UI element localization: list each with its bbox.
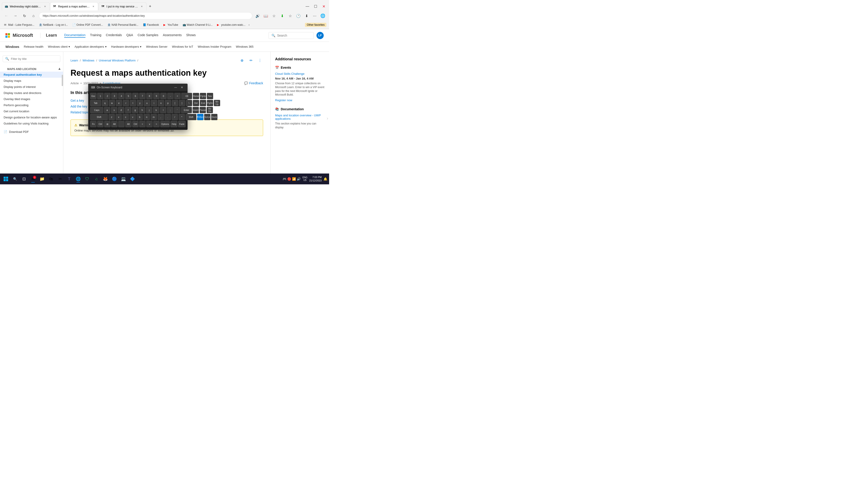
taskbar-app1[interactable]: 🦊 [101, 175, 110, 183]
key-w[interactable]: w [109, 100, 115, 106]
tab-close-1[interactable]: ✕ [43, 5, 47, 8]
key-e[interactable]: e [116, 100, 122, 106]
taskbar-vs[interactable]: 💻 [119, 175, 127, 183]
key-x[interactable]: x [116, 114, 122, 120]
bookmark-youtube[interactable]: ▶ YouTube [162, 23, 180, 27]
key-down[interactable]: ∨ [146, 121, 153, 127]
browser-tab-2[interactable]: 🗺 Request a maps authentication k... ✕ [50, 2, 98, 10]
key-lctrl[interactable]: Ctrl [97, 121, 103, 127]
key-fade[interactable]: Fade [178, 121, 186, 127]
key-5[interactable]: 5 [125, 93, 131, 99]
sidebar-item-visits-tracking[interactable]: Guidelines for using Visits tracking [0, 121, 63, 127]
key-9[interactable]: 9 [153, 93, 160, 99]
key-tab[interactable]: Tab [90, 100, 101, 106]
key-q[interactable]: q [102, 100, 108, 106]
key-prtscn[interactable]: PrtScn [197, 114, 204, 120]
nav-release-health[interactable]: Release health [24, 45, 43, 48]
new-tab-button[interactable]: + [147, 3, 153, 9]
key-comma[interactable]: , [158, 114, 164, 120]
taskbar-edge[interactable]: 🌐 [74, 175, 82, 183]
browser-tab-3[interactable]: 🗺 I put in my map service token ke... ✕ [98, 2, 147, 10]
minimize-button[interactable]: — [304, 3, 311, 10]
sidebar-item-geocoding[interactable]: Perform geocoding [0, 102, 63, 108]
key-backspace[interactable]: ⌫ [181, 93, 192, 99]
lang-indicator[interactable]: ENGUS [303, 176, 307, 182]
notification-icon[interactable]: 🔔 [323, 177, 327, 181]
network-tray-icon[interactable]: 📶 [292, 177, 296, 181]
read-aloud-icon[interactable]: 🔊 [254, 12, 261, 20]
key-insert[interactable]: Insert [193, 107, 199, 113]
volume-tray-icon[interactable]: 🔊 [297, 177, 301, 181]
key-8[interactable]: 8 [146, 93, 153, 99]
key-r[interactable]: r [123, 100, 129, 106]
key-h[interactable]: h [139, 107, 145, 113]
bookmark-facebook[interactable]: 📘 Facebook [142, 23, 160, 27]
key-mvup[interactable]: Mv Up [214, 100, 220, 106]
bookmarks-more[interactable]: › [249, 23, 250, 26]
download-pdf-button[interactable]: 📄 Download PDF [0, 128, 63, 135]
nav-windows-client[interactable]: Windows client ▾ [48, 45, 70, 48]
key-3[interactable]: 3 [111, 93, 118, 99]
key-6[interactable]: 6 [132, 93, 138, 99]
system-clock[interactable]: 7:03 PM 21/12/2023 [309, 175, 322, 183]
taskbar-teams[interactable]: T [65, 175, 73, 183]
nav-assessments[interactable]: Assessments [163, 33, 182, 38]
download-icon[interactable]: ⬇ [278, 12, 286, 20]
nav-shows[interactable]: Shows [186, 33, 196, 38]
nav-hw-developers[interactable]: Hardware developers ▾ [111, 45, 142, 48]
key-a[interactable]: a [104, 107, 110, 113]
back-button[interactable]: ← [3, 12, 10, 20]
nav-windows[interactable]: Windows [5, 45, 19, 48]
taskbar-task-view[interactable]: ⊡ [20, 175, 28, 183]
key-pgup[interactable]: PgUp [200, 93, 206, 99]
close-button[interactable]: ✕ [320, 3, 327, 10]
key-esc[interactable]: Esc [90, 93, 96, 99]
nav-windows-server[interactable]: Windows Server [146, 45, 167, 48]
nvidia-tray-icon[interactable]: 🎮 [283, 177, 286, 181]
nav-windows-iot[interactable]: Windows for IoT [172, 45, 193, 48]
key-c[interactable]: c [123, 114, 129, 120]
key-nav[interactable]: Nav [207, 93, 213, 99]
key-p[interactable]: p [165, 100, 171, 106]
antivirus-tray-icon[interactable]: 🔴 [287, 177, 291, 181]
breadcrumb-uwp[interactable]: Universal Windows Platform [99, 59, 135, 62]
browser-download-icon[interactable]: ⬇ [303, 12, 310, 20]
key-lshift[interactable]: Shift [90, 114, 108, 120]
taskbar-explorer[interactable]: 📁 [38, 175, 46, 183]
key-enter[interactable]: Enter [181, 107, 192, 113]
key-mvdn[interactable]: Mv Dn [207, 107, 213, 113]
nav-documentation[interactable]: Documentation [64, 33, 86, 38]
immersive-reader-icon[interactable]: 📖 [262, 12, 270, 20]
key-pause[interactable]: Pause [199, 107, 206, 113]
sidebar-item-current-location[interactable]: Get current location [0, 108, 63, 114]
key-space[interactable] [118, 121, 125, 127]
nav-app-developers[interactable]: Application developers ▾ [74, 45, 107, 48]
key-1[interactable]: 1 [97, 93, 103, 99]
taskbar-mail[interactable]: ✉ 1 [29, 175, 37, 183]
home-button[interactable]: ⌂ [30, 12, 37, 20]
tab-close-2[interactable]: ✕ [92, 5, 95, 8]
key-fn[interactable]: Fn [90, 121, 96, 127]
key-j[interactable]: j [146, 107, 152, 113]
filter-input[interactable] [11, 57, 58, 61]
sidebar-item-request-auth[interactable]: Request authentication key [0, 72, 63, 78]
osk-close-button[interactable]: ✕ [179, 85, 185, 90]
key-home[interactable]: Home [193, 93, 199, 99]
other-favorites[interactable]: Other favorites [305, 23, 327, 27]
key-lalt[interactable]: Alt [111, 121, 118, 127]
key-del[interactable]: Del [193, 100, 199, 106]
sidebar-collapse-icon[interactable]: ▲ [58, 67, 61, 71]
taskbar-search-button[interactable]: 🔍 [11, 175, 19, 183]
key-k[interactable]: k [153, 107, 159, 113]
sidebar-item-design-guidance[interactable]: Design guidance for location-aware apps [0, 114, 63, 121]
cloud-skills-link[interactable]: Cloud Skills Challenge [275, 72, 324, 75]
key-v[interactable]: v [129, 114, 136, 120]
key-m[interactable]: m [151, 114, 157, 120]
microsoft-logo[interactable]: Microsoft [5, 33, 33, 38]
nav-insider-program[interactable]: Windows Insider Program [198, 45, 231, 48]
sidebar-item-display-routes[interactable]: Display routes and directions [0, 90, 63, 96]
browser-tab-1[interactable]: 📺 Wednesday night dabbing time... ✕ [2, 2, 50, 10]
history-icon[interactable]: 🕐 [295, 12, 302, 20]
sidebar-item-overlay-tiled[interactable]: Overlay tiled images [0, 96, 63, 102]
filter-input-container[interactable]: 🔍 [3, 55, 60, 62]
